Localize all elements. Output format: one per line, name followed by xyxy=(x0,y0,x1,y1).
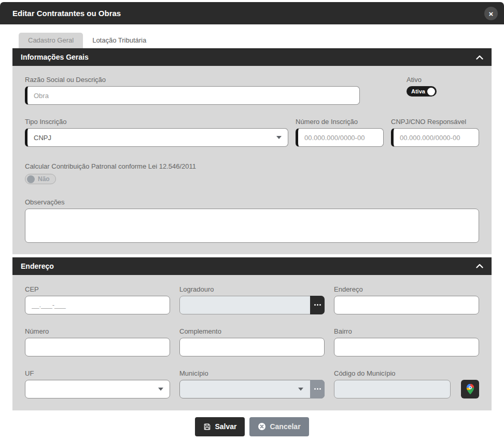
tipo-inscricao-select[interactable]: CNPJ xyxy=(25,128,288,147)
bairro-label: Bairro xyxy=(334,327,479,335)
cancel-button-label: Cancelar xyxy=(270,422,300,431)
ativo-toggle-state: Ativa xyxy=(411,88,425,94)
cep-label: CEP xyxy=(25,285,170,293)
chevron-down-icon xyxy=(276,136,282,139)
tab-bar: Cadastro Geral Lotação Tributária xyxy=(12,33,492,48)
endereco-input[interactable] xyxy=(334,296,479,314)
modal-footer: Salvar Cancelar xyxy=(0,410,504,440)
municipio-select xyxy=(179,380,325,398)
razao-social-input[interactable] xyxy=(25,86,360,105)
cep-input[interactable] xyxy=(25,296,170,314)
numero-inscricao-label: Número de Inscrição xyxy=(296,118,384,126)
close-button[interactable]: × xyxy=(484,7,498,20)
calcular-contribuicao-label: Calcular Contribuição Patronal conforme … xyxy=(25,162,479,170)
close-icon: × xyxy=(489,10,494,18)
tab-cadastro-geral[interactable]: Cadastro Geral xyxy=(19,33,83,48)
tipo-inscricao-label: Tipo Inscrição xyxy=(25,118,288,126)
ativo-label: Ativo xyxy=(407,76,437,84)
modal-titlebar: Editar Contratantes ou Obras × xyxy=(0,2,504,24)
logradouro-lookup-button[interactable] xyxy=(310,296,325,314)
cancel-icon xyxy=(258,422,266,431)
section-title: Endereço xyxy=(21,262,54,270)
modal-body: Cadastro Geral Lotação Tributária Inform… xyxy=(0,33,504,410)
section-title: Informações Gerais xyxy=(21,53,89,61)
tab-lotacao-tributaria[interactable]: Lotação Tributária xyxy=(83,33,156,48)
ellipsis-icon xyxy=(314,304,316,306)
toggle-knob xyxy=(427,88,435,95)
section-header-informacoes-gerais[interactable]: Informações Gerais xyxy=(12,48,492,66)
numero-inscricao-input[interactable] xyxy=(296,128,384,147)
codigo-municipio-input xyxy=(334,380,451,398)
calcular-contribuicao-toggle[interactable]: Não xyxy=(25,174,56,184)
chevron-up-icon xyxy=(476,264,483,268)
section-header-endereco[interactable]: Endereço xyxy=(12,257,492,275)
endereco-label: Endereço xyxy=(334,285,479,293)
observacoes-textarea[interactable] xyxy=(25,209,479,243)
save-button[interactable]: Salvar xyxy=(195,417,245,436)
uf-select[interactable] xyxy=(25,380,170,398)
cnpj-cno-label: CNPJ/CNO Responsável xyxy=(391,118,479,126)
toggle-knob xyxy=(27,175,35,183)
ativo-toggle[interactable]: Ativa xyxy=(407,86,437,97)
chevron-down-icon xyxy=(158,388,163,391)
panel-informacoes-gerais: Razão Social ou Descrição Ativo Ativa Ti… xyxy=(12,66,492,254)
complemento-input[interactable] xyxy=(179,338,325,356)
numero-label: Número xyxy=(25,327,170,335)
save-icon xyxy=(203,423,211,431)
complemento-label: Complemento xyxy=(179,327,325,335)
panel-endereco: CEP Logradouro Endereço xyxy=(12,275,492,410)
save-button-label: Salvar xyxy=(215,422,236,431)
logradouro-label: Logradouro xyxy=(179,285,325,293)
observacoes-label: Observações xyxy=(25,198,479,206)
codigo-municipio-label: Código do Município xyxy=(334,369,479,377)
google-maps-button[interactable] xyxy=(461,380,479,398)
logradouro-input xyxy=(179,296,325,314)
tipo-inscricao-value: CNPJ xyxy=(34,134,51,142)
chevron-up-icon xyxy=(476,55,483,60)
bairro-input[interactable] xyxy=(334,338,479,356)
modal-title: Editar Contratantes ou Obras xyxy=(12,9,121,18)
uf-label: UF xyxy=(25,369,170,377)
razao-social-label: Razão Social ou Descrição xyxy=(25,76,360,84)
google-maps-pin-icon xyxy=(465,383,476,395)
cnpj-cno-input[interactable] xyxy=(391,128,479,147)
calcular-contribuicao-state: Não xyxy=(38,175,50,183)
municipio-lookup-button[interactable] xyxy=(310,380,325,398)
chevron-down-icon xyxy=(298,388,303,391)
municipio-label: Município xyxy=(179,369,325,377)
cancel-button[interactable]: Cancelar xyxy=(249,417,309,436)
numero-input[interactable] xyxy=(25,338,170,356)
edit-contratantes-modal: Editar Contratantes ou Obras × Cadastro … xyxy=(0,2,504,440)
ellipsis-icon xyxy=(314,388,316,390)
